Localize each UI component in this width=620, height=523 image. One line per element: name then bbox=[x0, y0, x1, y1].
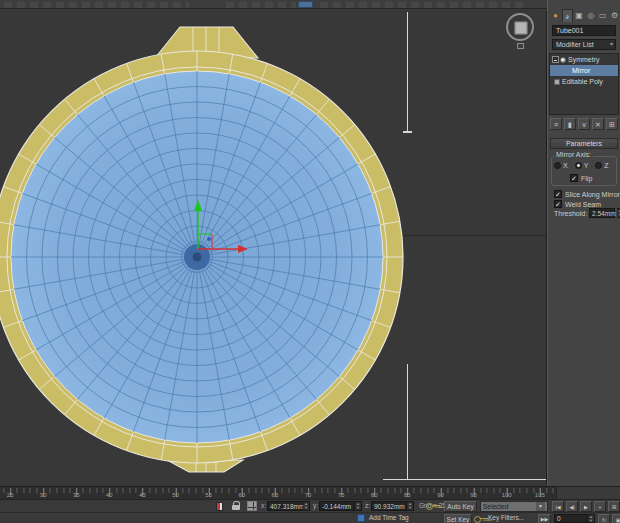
y-spinner[interactable] bbox=[355, 501, 362, 511]
z-coordinate-field[interactable]: 90.932mm bbox=[371, 501, 407, 511]
stack-row-symmetry[interactable]: Symmetry bbox=[550, 54, 618, 65]
threshold-row: Threshold: 2.54mm bbox=[554, 208, 620, 218]
toolbar-icons-strip[interactable] bbox=[226, 2, 296, 8]
ruler-label: 65 bbox=[258, 492, 291, 498]
zoom-button[interactable]: + bbox=[594, 501, 606, 512]
selected-filter-value: Selected bbox=[483, 503, 508, 510]
current-frame-field[interactable]: 0 bbox=[554, 514, 588, 523]
mirror-axis-radios: X Y Z bbox=[554, 162, 616, 169]
go-to-start-button[interactable]: |◀ bbox=[552, 501, 564, 512]
y-coordinate-label: y: bbox=[313, 501, 318, 511]
modifier-label: Symmetry bbox=[568, 56, 600, 63]
base-object-icon bbox=[554, 79, 560, 85]
viewport-nav-row-2: ↻▣ bbox=[598, 514, 620, 523]
radio-icon bbox=[595, 162, 602, 169]
radio-axis-z[interactable]: Z bbox=[595, 162, 608, 169]
subobject-label: Mirror bbox=[572, 67, 590, 74]
weld-checkbox-row[interactable]: Weld Seam bbox=[554, 200, 601, 208]
selected-filter-dropdown[interactable]: Selected ▼ bbox=[480, 501, 548, 512]
add-time-tag[interactable]: Add Time Tag bbox=[369, 513, 409, 523]
make-unique-button[interactable]: ∨ bbox=[578, 118, 590, 130]
object-name-field[interactable]: Tube001 bbox=[552, 25, 616, 36]
tab-utilities[interactable]: ⚙ bbox=[609, 9, 620, 22]
zoom-all-button[interactable]: ⊞ bbox=[608, 501, 620, 512]
gizmo-z-axis-dot bbox=[207, 237, 211, 241]
x-spinner[interactable] bbox=[303, 501, 310, 511]
auto-key-button[interactable]: Auto Key bbox=[444, 501, 477, 512]
orbit-button[interactable]: ↻ bbox=[598, 514, 610, 523]
stack-row-editable-poly[interactable]: Editable Poly bbox=[550, 76, 618, 87]
radio-label: X bbox=[563, 162, 568, 169]
viewport-nav-row: +⊞ bbox=[594, 501, 620, 512]
tab-display[interactable]: ▭ bbox=[597, 9, 608, 22]
3ds-max-window: ●◕▣◎▭⚙ Tube001 Modifier List Symmetry Mi… bbox=[0, 0, 620, 523]
mirror-axis-label: Mirror Axis: bbox=[554, 151, 593, 158]
tab-modify[interactable]: ◕ bbox=[562, 9, 573, 22]
y-coordinate-field[interactable]: -0.144mm bbox=[319, 501, 355, 511]
radio-label: Y bbox=[584, 162, 589, 169]
ruler-label: 75 bbox=[325, 492, 358, 498]
ruler-label: 35 bbox=[60, 492, 93, 498]
ruler-label: 45 bbox=[126, 492, 159, 498]
modifier-list-dropdown[interactable]: Modifier List bbox=[552, 39, 616, 50]
home-grid-lines bbox=[383, 12, 546, 480]
coordinate-mode-icon[interactable] bbox=[247, 501, 257, 511]
ruler-label: 95 bbox=[457, 492, 490, 498]
weld-label: Weld Seam bbox=[565, 201, 601, 208]
maximize-viewport-button[interactable]: ▣ bbox=[612, 514, 620, 523]
radio-label: Z bbox=[604, 162, 608, 169]
threshold-field[interactable]: 2.54mm bbox=[589, 208, 615, 218]
threshold-label: Threshold: bbox=[554, 210, 587, 217]
ruler-label: 50 bbox=[159, 492, 192, 498]
time-ruler[interactable]: 253035404550556065707580859095100105 bbox=[0, 486, 556, 499]
tab-create[interactable]: ● bbox=[550, 9, 561, 22]
tab-hierarchy[interactable]: ▣ bbox=[574, 9, 585, 22]
previous-frame-button[interactable]: ◀| bbox=[566, 501, 578, 512]
ruler-label: 105 bbox=[523, 492, 556, 498]
viewcube-cube-top-face[interactable] bbox=[514, 21, 528, 35]
next-key-button[interactable]: ▶▶ bbox=[538, 514, 551, 523]
configure-modifier-sets-button[interactable]: ⊞ bbox=[606, 118, 618, 130]
parameters-rollout-header[interactable]: Parameters bbox=[550, 138, 618, 149]
show-end-result-button[interactable]: ▮ bbox=[564, 118, 576, 130]
z-spinner[interactable] bbox=[407, 501, 414, 511]
slice-along-mirror-checkbox[interactable] bbox=[554, 190, 562, 198]
ruler-label: 55 bbox=[192, 492, 225, 498]
dropdown-arrow-icon[interactable]: ▼ bbox=[536, 502, 545, 511]
viewcube-home-nub[interactable] bbox=[517, 43, 524, 49]
ruler-label: 70 bbox=[291, 492, 324, 498]
modifier-stack[interactable]: Symmetry Mirror Editable Poly bbox=[549, 53, 619, 115]
play-button[interactable]: ▶ bbox=[580, 501, 592, 512]
radio-axis-x[interactable]: X bbox=[554, 162, 568, 169]
slice-checkbox-row[interactable]: Slice Along Mirror bbox=[554, 190, 620, 198]
toolbar-icons-strip[interactable] bbox=[320, 2, 525, 8]
tab-motion[interactable]: ◎ bbox=[586, 9, 597, 22]
main-toolbar[interactable] bbox=[0, 0, 620, 9]
flip-checkbox[interactable] bbox=[570, 174, 578, 182]
ruler-label: 80 bbox=[358, 492, 391, 498]
stack-row-mirror[interactable]: Mirror bbox=[550, 65, 618, 76]
z-coordinate-label: z: bbox=[365, 501, 370, 511]
key-filters-button[interactable]: Key Filters... bbox=[488, 513, 524, 523]
ruler-label: 25 bbox=[0, 492, 27, 498]
radio-icon bbox=[575, 162, 582, 169]
remove-modifier-button[interactable]: ✕ bbox=[592, 118, 604, 130]
ruler-label: 30 bbox=[27, 492, 60, 498]
set-key-button[interactable]: Set Key bbox=[444, 514, 472, 523]
radio-axis-y[interactable]: Y bbox=[575, 162, 589, 169]
x-coordinate-field[interactable]: 407.318mm bbox=[267, 501, 303, 511]
key-icon bbox=[426, 502, 440, 510]
viewcube[interactable] bbox=[503, 10, 539, 52]
weld-seam-checkbox[interactable] bbox=[554, 200, 562, 208]
time-tag-icon bbox=[357, 514, 365, 522]
maxscript-mini-listener-icon[interactable] bbox=[216, 502, 223, 511]
active-tool-button[interactable] bbox=[298, 1, 313, 8]
pin-stack-button[interactable]: ≡ bbox=[550, 118, 562, 130]
frame-spinner[interactable] bbox=[588, 514, 595, 523]
tube-mesh[interactable] bbox=[0, 10, 546, 486]
toolbar-icons-strip[interactable] bbox=[4, 2, 189, 8]
expand-toggle-icon[interactable] bbox=[552, 56, 559, 63]
modifier-enabled-bulb-icon[interactable] bbox=[560, 57, 566, 63]
flip-checkbox-row[interactable]: Flip bbox=[570, 174, 592, 182]
viewport-top[interactable] bbox=[0, 10, 546, 486]
